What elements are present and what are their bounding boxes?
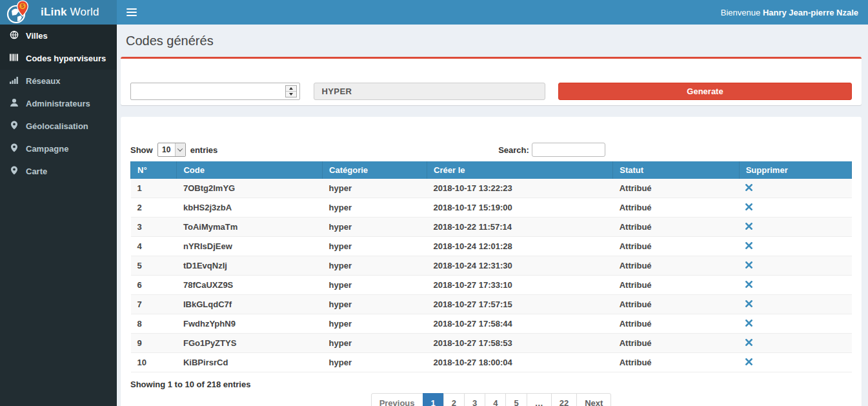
top-navbar: $ iLink World Bienvenue Hanry Jean-pierr… [0,0,868,25]
delete-icon[interactable] [745,299,752,309]
delete-icon[interactable] [745,261,752,270]
cell-status: Attribué [613,276,739,295]
pagination-page-22[interactable]: 22 [551,393,577,406]
codes-table-panel: Show 10 entries Search: N°CodeCatégorieC… [121,117,862,406]
spinner-up-icon[interactable] [286,86,296,91]
globe-pin-logo-icon: $ [6,0,33,25]
cell-code: 7OBtg2ImYG [177,179,323,198]
sidebar-item-villes[interactable]: Villes [0,25,117,47]
map-marker-icon [10,166,19,177]
pagination-page-1[interactable]: 1 [423,393,444,406]
cell-status: Attribué [613,218,739,237]
cell-category: hyper [323,198,427,218]
cell-num: 2 [131,198,177,218]
table-row: 8FwdhzYphN9hyper2018-10-27 17:58:44Attri… [131,314,852,334]
cell-status: Attribué [613,295,739,314]
column-header[interactable]: Créer le [427,161,613,179]
pagination-page-4[interactable]: 4 [485,393,506,406]
search-label: Search: [498,145,529,155]
sidebar-item-g-olocalisation[interactable]: Géolocalisation [0,115,117,137]
cell-num: 9 [131,334,177,353]
cell-created: 2018-10-24 12:31:30 [427,256,613,276]
pagination-page-3[interactable]: 3 [464,393,485,406]
cell-category: hyper [323,237,427,256]
sidebar-item-label: Campagne [26,144,68,154]
sidebar-toggle-icon[interactable] [126,6,137,18]
column-header[interactable]: N° [131,161,177,179]
cell-code: 78fCaUXZ9S [177,276,323,295]
delete-icon[interactable] [745,358,752,367]
delete-icon[interactable] [745,338,752,348]
pagination-previous-button[interactable]: Previous [371,393,423,406]
table-row: 10KiBPirsrCdhyper2018-10-27 18:00:04Attr… [131,353,852,372]
table-row: 678fCaUXZ9Shyper2018-10-27 17:33:10Attri… [131,276,852,295]
sidebar-item-label: Carte [26,167,47,176]
page-length-select[interactable]: 10 [157,143,186,157]
category-input [314,83,545,100]
table-summary: Showing 1 to 10 of 218 entries [130,380,852,389]
brand-logo[interactable]: $ iLink World [0,0,117,25]
generate-button[interactable]: Generate [558,83,852,100]
delete-icon[interactable] [745,183,752,193]
sidebar: VillesCodes hyperviseursRéseauxAdministr… [0,25,117,406]
map-marker-icon [10,143,19,154]
column-header[interactable]: Catégorie [323,161,427,179]
column-header[interactable]: Statut [613,161,739,179]
code-generator-panel: Generate [121,57,862,105]
cell-num: 10 [131,353,177,372]
column-header[interactable]: Supprimer [739,161,851,179]
delete-icon[interactable] [745,222,752,232]
cell-code: nYRIsDjEew [177,237,323,256]
sidebar-item-campagne[interactable]: Campagne [0,137,117,160]
cell-num: 8 [131,314,177,334]
table-row: 3ToAiMymaTmhyper2018-10-22 11:57:14Attri… [131,218,852,237]
column-header[interactable]: Code [177,161,323,179]
page-title: Codes générés [126,34,862,48]
cell-category: hyper [323,179,427,198]
cell-code: tD1EvqNzIj [177,256,323,276]
pagination-page-5[interactable]: 5 [505,393,527,406]
delete-icon[interactable] [745,203,752,212]
table-row: 7IBkGLqdC7fhyper2018-10-27 17:57:15Attri… [131,295,852,314]
table-row: 5tD1EvqNzIjhyper2018-10-24 12:31:30Attri… [131,256,852,276]
cell-created: 2018-10-27 17:58:53 [427,334,613,353]
pagination-ellipsis[interactable]: … [527,393,552,406]
signal-bars-icon [10,76,19,86]
table-row: 4nYRIsDjEewhyper2018-10-24 12:01:28Attri… [131,237,852,256]
cell-code: ToAiMymaTm [177,218,323,237]
cell-status: Attribué [613,179,739,198]
number-spinner[interactable] [285,85,297,97]
sidebar-item-r-seaux[interactable]: Réseaux [0,70,117,92]
delete-icon[interactable] [745,280,752,290]
cell-status: Attribué [613,334,739,353]
sidebar-item-carte[interactable]: Carte [0,160,117,183]
chevron-down-icon [175,143,185,156]
sidebar-item-codes-hyperviseurs[interactable]: Codes hyperviseurs [0,47,117,70]
cell-created: 2018-10-27 17:33:10 [427,276,613,295]
cell-num: 6 [131,276,177,295]
cell-status: Attribué [613,353,739,372]
pagination-next-button[interactable]: Next [576,393,611,406]
cell-status: Attribué [613,314,739,334]
user-icon [10,98,19,109]
cell-status: Attribué [613,256,739,276]
pagination-page-2[interactable]: 2 [443,393,465,406]
search-input[interactable] [532,143,605,157]
quantity-value[interactable] [131,83,299,99]
cell-created: 2018-10-27 17:58:44 [427,314,613,334]
cell-num: 1 [131,179,177,198]
cell-num: 7 [131,295,177,314]
spinner-down-icon[interactable] [286,91,296,97]
cell-category: hyper [323,295,427,314]
cell-code: KiBPirsrCd [177,353,323,372]
sidebar-item-label: Géolocalisation [26,121,88,131]
pagination: Previous12345…22Next [130,393,852,406]
delete-icon[interactable] [745,241,752,251]
delete-icon[interactable] [745,319,752,329]
quantity-number-input[interactable] [130,83,300,100]
map-marker-icon [10,121,19,132]
sidebar-item-administrateurs[interactable]: Administrateurs [0,92,117,115]
cell-status: Attribué [613,237,739,256]
cell-category: hyper [323,256,427,276]
barcode-icon [10,53,19,64]
